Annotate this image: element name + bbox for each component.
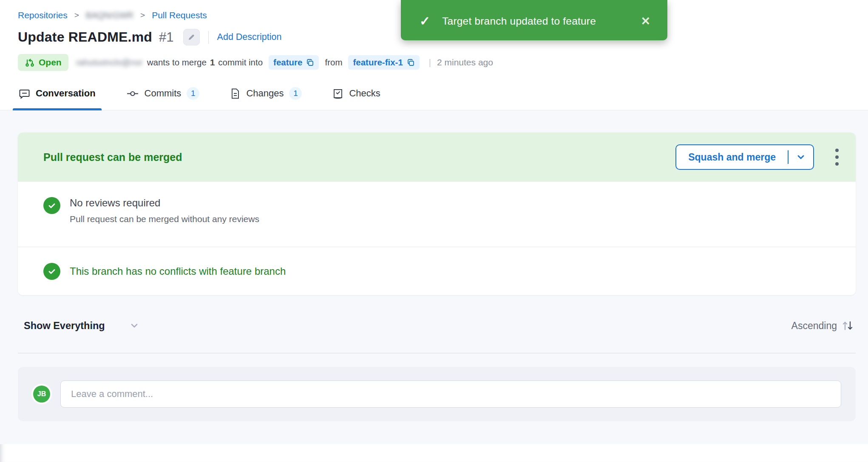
- page-title: Update README.md: [18, 29, 152, 45]
- sort-order-toggle[interactable]: Ascending: [791, 320, 854, 332]
- review-check-texts: No reviews required Pull request can be …: [70, 197, 259, 224]
- conflict-check-row: This branch has no conflicts with featur…: [18, 247, 856, 295]
- copy-icon[interactable]: [306, 59, 314, 67]
- head-branch-chip[interactable]: feature-fix-1: [348, 55, 419, 70]
- chevron-down-icon: [130, 321, 139, 330]
- divider: |: [429, 58, 431, 68]
- tab-label: Checks: [349, 88, 380, 99]
- tab-bar: Conversation Commits 1 Changes 1 Ch: [18, 87, 851, 110]
- speech-bubble-icon: [19, 88, 30, 99]
- changes-count-badge: 1: [289, 87, 302, 100]
- commit-count: 1: [210, 57, 215, 68]
- tab-label: Changes: [246, 88, 284, 99]
- merge-actions: Squash and merge: [675, 144, 841, 170]
- breadcrumb-pull-requests[interactable]: Pull Requests: [152, 10, 207, 20]
- pr-meta-row: Open rahutsxtnclo@nor wants to merge 1 c…: [18, 54, 851, 71]
- breadcrumb-separator: >: [140, 11, 145, 20]
- head-branch-name: feature-fix-1: [353, 57, 403, 68]
- divider: [208, 31, 209, 44]
- tab-label: Conversation: [36, 88, 96, 99]
- merge-status-card: Pull request can be merged Squash and me…: [18, 132, 856, 295]
- toast-notification: ✓ Target branch updated to feature ✕: [401, 0, 667, 40]
- pencil-icon: [187, 33, 196, 42]
- base-branch-name: feature: [273, 57, 302, 68]
- divider: [18, 353, 856, 353]
- success-check-icon: [43, 197, 60, 214]
- pr-number: #1: [159, 30, 173, 45]
- add-description-link[interactable]: Add Description: [217, 32, 282, 42]
- merge-banner: Pull request can be merged Squash and me…: [18, 132, 856, 182]
- commit-icon: [126, 88, 139, 99]
- pull-request-icon: [25, 57, 35, 68]
- more-options-button[interactable]: [833, 146, 841, 168]
- status-badge: Open: [18, 54, 68, 71]
- review-check-subtitle: Pull request can be merged without any r…: [70, 214, 259, 224]
- merge-options-dropdown[interactable]: [789, 145, 813, 169]
- base-branch-chip[interactable]: feature: [269, 55, 319, 70]
- tab-changes[interactable]: Changes 1: [230, 87, 302, 110]
- tab-label: Commits: [145, 88, 182, 99]
- tab-commits[interactable]: Commits 1: [126, 87, 200, 110]
- breadcrumb-separator: >: [74, 11, 79, 20]
- toast-message: Target branch updated to feature: [442, 15, 596, 27]
- avatar: JB: [33, 386, 50, 403]
- checklist-icon: [332, 88, 343, 99]
- close-icon[interactable]: ✕: [641, 14, 650, 28]
- chevron-down-icon: [796, 152, 806, 162]
- main-content: Pull request can be merged Squash and me…: [0, 110, 868, 444]
- sort-arrows-icon: [841, 320, 854, 332]
- timeline-filter-bar: Show Everything Ascending: [18, 320, 856, 332]
- timestamp: 2 minutes ago: [437, 57, 493, 68]
- meta-text: from: [325, 57, 342, 68]
- check-icon: ✓: [420, 14, 430, 28]
- author-username-redacted[interactable]: rahutsxtnclo@nor: [76, 58, 143, 68]
- copy-icon[interactable]: [407, 59, 415, 67]
- kebab-dot: [835, 149, 839, 152]
- status-label: Open: [39, 57, 62, 68]
- review-check-title: No reviews required: [70, 197, 259, 209]
- kebab-dot: [835, 162, 839, 166]
- sort-label: Ascending: [791, 320, 837, 332]
- tab-checks[interactable]: Checks: [332, 87, 380, 110]
- show-everything-dropdown[interactable]: Show Everything: [24, 320, 139, 332]
- merge-button-label: Squash and merge: [676, 145, 788, 169]
- kebab-dot: [835, 155, 839, 159]
- meta-text: commit into: [218, 57, 263, 68]
- tab-conversation[interactable]: Conversation: [19, 87, 96, 110]
- meta-text: wants to merge: [147, 57, 207, 68]
- review-check-row: No reviews required Pull request can be …: [18, 182, 856, 247]
- merge-heading: Pull request can be merged: [43, 151, 182, 163]
- comment-composer: JB: [18, 367, 856, 421]
- filter-label: Show Everything: [24, 320, 105, 332]
- conflict-check-title: This branch has no conflicts with featur…: [70, 265, 286, 277]
- breadcrumb-repositories[interactable]: Repositories: [18, 10, 68, 20]
- file-diff-icon: [230, 88, 241, 99]
- success-check-icon: [43, 263, 60, 280]
- commits-count-badge: 1: [187, 87, 199, 100]
- squash-and-merge-button[interactable]: Squash and merge: [675, 144, 814, 170]
- edit-title-button[interactable]: [183, 29, 200, 45]
- comment-input[interactable]: [60, 380, 841, 408]
- breadcrumb-repo-name-redacted[interactable]: BAQNrGWR: [86, 11, 133, 20]
